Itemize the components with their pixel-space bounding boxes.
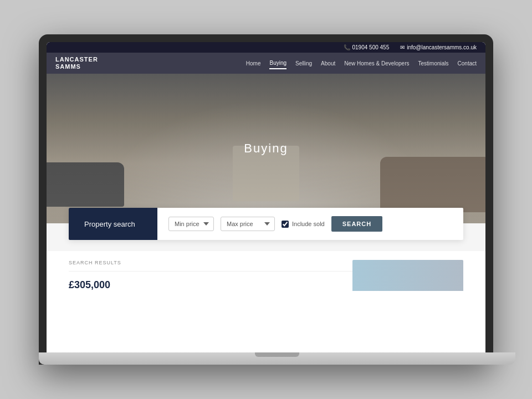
nav-testimonials[interactable]: Testimonials <box>418 58 449 69</box>
include-sold-text: Include sold <box>292 221 325 227</box>
search-section: Property search Min price £50,000 £100,0… <box>47 208 485 251</box>
include-sold-checkbox[interactable] <box>282 221 289 228</box>
logo-line2: SAMMS <box>55 63 98 70</box>
main-nav: LANCASTER SAMMS Home Buying Selling Abou… <box>47 53 485 74</box>
email-address: info@lancastersamms.co.uk <box>407 44 477 50</box>
property-thumbnail <box>352 260 463 291</box>
include-sold-label: Include sold <box>282 221 325 228</box>
logo: LANCASTER SAMMS <box>55 56 98 70</box>
top-contact-bar: 📞 01904 500 455 ✉ info@lancastersamms.co… <box>47 42 485 53</box>
search-results-label: SEARCH RESULTS <box>69 260 121 265</box>
phone-number: 01904 500 455 <box>352 44 390 50</box>
laptop-base <box>39 352 515 365</box>
email-bar-item: ✉ info@lancastersamms.co.uk <box>400 44 477 50</box>
min-price-select[interactable]: Min price £50,000 £100,000 £150,000 £200… <box>168 217 214 231</box>
phone-bar-item: 📞 01904 500 455 <box>344 44 390 50</box>
browser-screen: 📞 01904 500 455 ✉ info@lancastersamms.co… <box>47 42 485 352</box>
hero-section: Buying <box>47 74 485 223</box>
laptop-notch <box>255 352 299 357</box>
nav-home[interactable]: Home <box>246 58 261 69</box>
nav-about[interactable]: About <box>321 58 335 69</box>
results-area: SEARCH RESULTS SHOWING 1 TO 10 OF 54 £30… <box>47 251 485 291</box>
nav-contact[interactable]: Contact <box>458 58 477 69</box>
nav-selling[interactable]: Selling <box>295 58 312 69</box>
nav-links: Home Buying Selling About New Homes & De… <box>246 58 477 69</box>
property-search-box: Property search Min price £50,000 £100,0… <box>69 208 463 240</box>
nav-buying[interactable]: Buying <box>269 58 287 69</box>
search-button[interactable]: SEARCH <box>331 216 382 232</box>
search-controls: Min price £50,000 £100,000 £150,000 £200… <box>157 216 463 232</box>
search-label: Property search <box>69 208 157 240</box>
phone-icon: 📞 <box>344 44 350 50</box>
hero-title: Buying <box>244 141 288 156</box>
email-icon: ✉ <box>400 44 405 50</box>
nav-new-homes[interactable]: New Homes & Developers <box>344 58 409 69</box>
logo-line1: LANCASTER <box>55 56 98 63</box>
laptop-frame: 📞 01904 500 455 ✉ info@lancastersamms.co… <box>39 34 493 365</box>
max-price-select[interactable]: Max price £150,000 £200,000 £300,000 £50… <box>221 217 275 231</box>
